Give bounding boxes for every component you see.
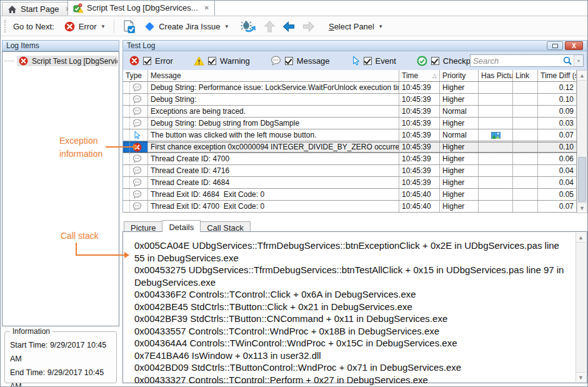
stack-frame: 0x00433327 Controls::TControl::Perform +… <box>134 374 572 386</box>
detail-tab-bar: Picture Details Call Stack <box>124 220 250 232</box>
scroll-up-button[interactable]: ▲ <box>576 233 586 243</box>
move-up-button[interactable] <box>261 19 279 34</box>
message-icon <box>132 83 142 92</box>
table-row[interactable]: Thread Create ID: 4684 10:45:39 Higher 0… <box>123 177 587 189</box>
cell-time-diff: 0.05 <box>538 189 577 200</box>
table-row[interactable]: The button was clicked with the left mou… <box>123 129 587 141</box>
stack-frame: 0x00453275 UDbgServices::TfrmDebugServic… <box>134 264 572 288</box>
table-row[interactable]: Debug String: Debug string from DbgSampl… <box>123 118 587 129</box>
tree-line <box>126 94 130 105</box>
table-row[interactable]: Exceptions are being traced. 10:45:39 No… <box>123 106 587 118</box>
warning-checkbox[interactable] <box>208 57 216 65</box>
column-header-has-picture[interactable]: Has Pictu <box>479 70 513 81</box>
select-panel-label: Select Panel <box>329 22 374 31</box>
tree-line <box>126 165 130 176</box>
cell-has-picture <box>479 165 513 176</box>
cell-time-diff: 0.07 <box>538 201 577 212</box>
up-arrow-icon <box>264 21 275 33</box>
create-jira-issue-button[interactable]: Create Jira Issue ▾ <box>139 19 233 34</box>
column-header-label: Time <box>402 71 418 80</box>
tab-details[interactable]: Details <box>162 220 201 232</box>
log-items-tree-item[interactable]: Script Test Log [DbgServic... <box>5 55 117 67</box>
cell-message: First chance exception 0xc0000094 INTEGE… <box>148 141 399 153</box>
stack-frame: 0x0042BF39 StdCtrls::TButton::CNCommand … <box>134 313 572 325</box>
go-to-next-type-label: Error <box>79 22 97 31</box>
column-header-message[interactable]: Message <box>148 70 399 81</box>
message-icon <box>132 119 142 128</box>
cell-priority: Higher <box>440 165 479 176</box>
tab-call-stack[interactable]: Call Stack <box>200 221 251 232</box>
tab-script-test-log[interactable]: Script Test Log [DbgServices... ✕ <box>67 0 215 16</box>
select-items-button[interactable] <box>119 18 139 35</box>
restore-icon <box>552 44 558 48</box>
table-scrollbar[interactable]: ▲ ▼ <box>577 70 587 213</box>
cell-time-diff: 0.12 <box>538 82 577 93</box>
post-defect-button[interactable] <box>237 18 261 35</box>
selected-log-item[interactable]: Script Test Log [DbgServic... <box>17 56 117 66</box>
message-checkbox[interactable] <box>285 57 293 65</box>
column-header-type[interactable]: Type <box>123 70 148 81</box>
table-row[interactable]: Thread Create ID: 4700 10:45:39 Higher 0… <box>123 153 587 165</box>
tree-line <box>126 177 130 188</box>
scroll-down-button[interactable]: ▼ <box>577 203 587 213</box>
event-checkbox[interactable] <box>364 57 372 65</box>
picture-icon[interactable] <box>491 132 501 139</box>
go-forward-button[interactable] <box>299 19 319 34</box>
table-row[interactable]: Thread Exit ID: 4684 Exit Code: 0 10:45:… <box>123 189 587 201</box>
cell-time: 10:45:40 <box>399 201 440 212</box>
cell-time: 10:45:39 <box>399 141 440 153</box>
restore-panel-button[interactable] <box>547 41 563 50</box>
column-header-link[interactable]: Link <box>513 70 538 81</box>
table-row[interactable]: Thread Exit ID: 4700 Exit Code: 0 10:45:… <box>123 201 587 213</box>
cell-priority: Higher <box>440 177 479 188</box>
close-panel-button[interactable]: X <box>565 41 583 50</box>
table-row[interactable]: Debug String: 10:45:39 Higher 0.10 <box>123 94 587 106</box>
table-row[interactable]: Thread Create ID: 4716 10:45:39 Higher 0… <box>123 165 587 177</box>
table-row-selected[interactable]: First chance exception 0xc0000094 INTEGE… <box>123 141 587 153</box>
chevron-down-icon: ▾ <box>379 23 382 29</box>
cell-has-picture <box>479 141 513 153</box>
toolbar-grip[interactable] <box>4 20 7 33</box>
message-icon <box>132 95 142 104</box>
scroll-down-button[interactable]: ▼ <box>576 372 586 382</box>
error-icon <box>19 56 28 66</box>
cell-message: Debug String: <box>148 94 399 105</box>
cell-time-diff: 0.07 <box>538 129 577 141</box>
tree-line <box>126 82 130 93</box>
cell-time: 10:45:39 <box>399 153 440 164</box>
right-arrow-icon <box>302 21 315 32</box>
cell-time: 10:45:39 <box>399 165 440 176</box>
cell-priority: Normal <box>440 106 479 117</box>
column-header-time[interactable]: Time△ <box>399 70 440 81</box>
tab-picture[interactable]: Picture <box>124 221 162 232</box>
column-header-priority[interactable]: Priority <box>440 70 479 81</box>
message-icon <box>132 107 142 116</box>
search-icon[interactable] <box>563 56 572 66</box>
go-to-next-error-dropdown[interactable]: Error ▾ <box>59 19 109 34</box>
cell-message: Thread Create ID: 4700 <box>148 153 399 164</box>
search-box: ▾ <box>470 54 584 67</box>
close-tab-icon[interactable]: ✕ <box>204 4 209 11</box>
information-groupbox: Information Start Time: 9/29/2017 10:45 … <box>4 331 117 383</box>
checkpoint-checkbox[interactable] <box>431 57 439 65</box>
filter-bar: Error Warning Message Event Checkpoint ▾ <box>122 51 587 70</box>
details-scrollbar[interactable]: ▲ ▼ <box>576 233 586 382</box>
column-header-time-diff[interactable]: Time Diff (sec) <box>538 70 577 81</box>
tree-line <box>126 189 130 200</box>
select-panel-button[interactable]: Select Panel ▾ <box>324 19 387 34</box>
tab-label: Script Test Log [DbgServices... <box>87 3 198 13</box>
scrollbar-thumb[interactable] <box>578 157 586 202</box>
cell-has-picture <box>479 82 513 93</box>
error-icon <box>129 56 139 66</box>
tab-start-page[interactable]: Start Page ✕ <box>2 2 76 16</box>
cell-time: 10:45:40 <box>399 189 440 200</box>
table-row[interactable]: Debug String: Performance issue: LockSer… <box>123 82 587 94</box>
go-back-button[interactable] <box>279 19 299 34</box>
cell-time: 10:45:39 <box>399 106 440 117</box>
cell-time-diff: 0.04 <box>538 165 577 176</box>
cell-has-picture <box>479 153 513 164</box>
search-input[interactable] <box>471 56 563 66</box>
search-options-dropdown[interactable]: ▾ <box>574 55 583 66</box>
scroll-up-button[interactable]: ▲ <box>577 71 587 81</box>
error-checkbox[interactable] <box>143 57 151 65</box>
